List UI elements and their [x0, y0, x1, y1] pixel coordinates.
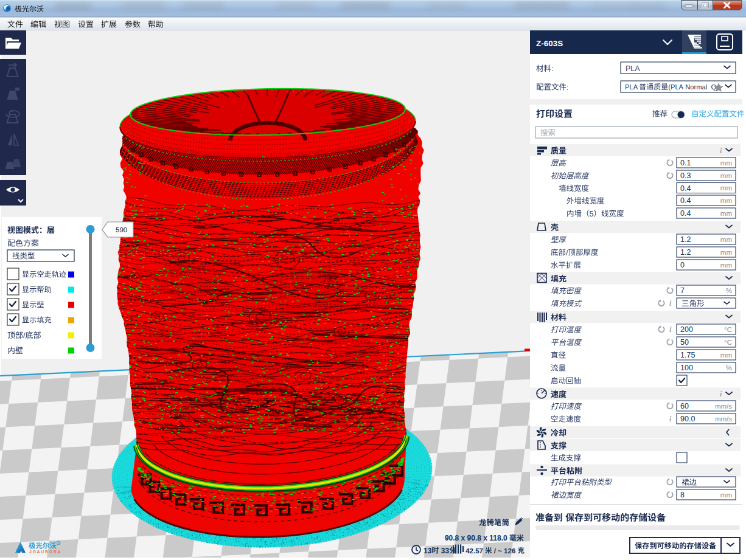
- svg-text:mm: mm: [720, 172, 732, 179]
- svg-text::: :: [566, 83, 568, 92]
- svg-text:8: 8: [680, 491, 685, 499]
- svg-text:mm: mm: [720, 236, 732, 243]
- svg-text:PLA: PLA: [626, 64, 640, 73]
- svg-text:Z-603S: Z-603S: [536, 39, 563, 48]
- svg-text:200: 200: [680, 325, 693, 334]
- svg-text:60: 60: [680, 402, 689, 410]
- svg-text:mm/s: mm/s: [715, 403, 732, 410]
- svg-text:90.0: 90.0: [680, 415, 695, 423]
- svg-text:mm: mm: [720, 184, 732, 192]
- svg-text:0: 0: [680, 261, 685, 269]
- svg-text:°C: °C: [724, 339, 732, 346]
- svg-text:0.1: 0.1: [680, 159, 691, 167]
- svg-text:/: /: [566, 249, 568, 257]
- svg-text:1.75: 1.75: [680, 351, 695, 359]
- svg-text::: :: [551, 64, 553, 73]
- svg-text:1.2: 1.2: [680, 235, 691, 244]
- svg-text:13: 13: [424, 547, 432, 555]
- svg-text:/: /: [23, 331, 26, 340]
- svg-text:mm: mm: [720, 261, 732, 269]
- svg-text:mm: mm: [720, 210, 732, 217]
- svg-text:590: 590: [116, 226, 127, 233]
- svg-text:0.4: 0.4: [680, 196, 691, 205]
- svg-text:mm: mm: [720, 197, 732, 204]
- svg-text:100: 100: [680, 364, 693, 372]
- svg-text:mm: mm: [720, 159, 732, 167]
- svg-text:0.3: 0.3: [680, 171, 691, 180]
- svg-text:33: 33: [439, 547, 449, 555]
- svg-text:mm/s: mm/s: [715, 415, 732, 423]
- svg-text:%: %: [726, 364, 732, 372]
- svg-text:mm: mm: [720, 491, 732, 499]
- svg-text:/ ~ 126: / ~ 126: [492, 547, 518, 555]
- svg-text:90.8 x 90.8 x 118.0: 90.8 x 90.8 x 118.0: [445, 534, 509, 542]
- svg-text:mm: mm: [720, 351, 732, 359]
- svg-text:50: 50: [680, 338, 689, 347]
- svg-text:PLA: PLA: [625, 83, 640, 91]
- svg-text:42.57: 42.57: [465, 547, 485, 555]
- svg-text:0.4: 0.4: [680, 184, 691, 193]
- svg-text:7: 7: [680, 286, 685, 295]
- svg-text:%: %: [726, 287, 732, 294]
- svg-text:mm: mm: [720, 249, 732, 256]
- svg-text:0.4: 0.4: [680, 209, 691, 218]
- svg-text:5: 5: [590, 210, 594, 218]
- svg-text:J G A U R O R A: J G A U R O R A: [29, 550, 60, 554]
- svg-text:°C: °C: [724, 326, 732, 333]
- svg-text:1.2: 1.2: [680, 248, 691, 257]
